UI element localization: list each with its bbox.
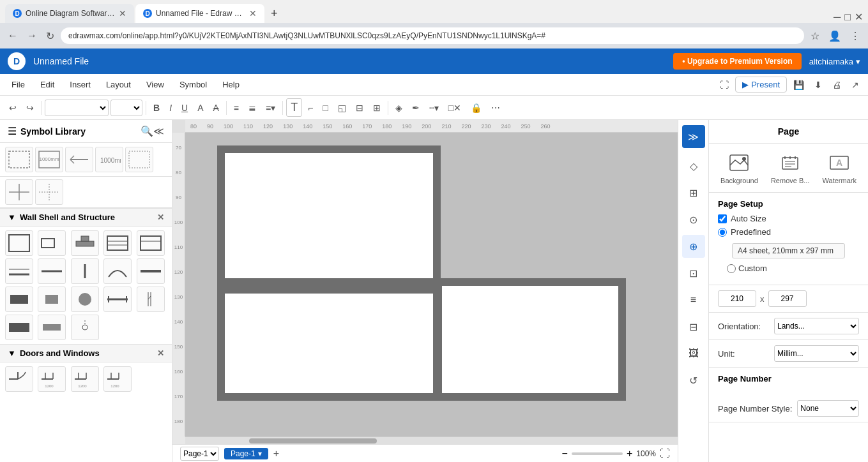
strip-expand-button[interactable]: ≫ (682, 125, 705, 148)
undo-button[interactable]: ↩ (5, 100, 20, 116)
strip-history-button[interactable]: ↺ (682, 369, 705, 392)
scrollbar-horizontal[interactable] (185, 436, 678, 444)
format-button[interactable]: ≡▾ (262, 100, 279, 116)
refresh-button[interactable]: ↻ (43, 27, 57, 45)
symbol-preview-1[interactable] (5, 147, 33, 172)
forward-button[interactable]: → (24, 27, 40, 44)
auto-size-checkbox[interactable] (718, 214, 727, 223)
symbol-cross-1[interactable] (5, 179, 33, 205)
wall-item-2[interactable] (38, 230, 66, 256)
strip-page-button[interactable]: ⊟ (682, 315, 705, 338)
strip-style-button[interactable]: ◇ (682, 154, 705, 177)
more-button[interactable]: ⋯ (487, 100, 504, 116)
background-icon-item[interactable]: Background (720, 151, 758, 184)
font-family-select[interactable] (45, 100, 109, 116)
minimize-button[interactable]: ─ (834, 11, 841, 23)
strip-insert-button[interactable]: ⊙ (682, 208, 705, 231)
shadow-button[interactable]: ◱ (334, 100, 350, 116)
wall-item-6[interactable] (5, 258, 33, 284)
redo-button[interactable]: ↪ (22, 100, 38, 116)
wall-item-5[interactable] (137, 230, 165, 256)
strip-map-button[interactable]: ⊡ (682, 262, 705, 285)
wall-item-12[interactable] (38, 287, 66, 312)
add-page-button[interactable]: + (273, 448, 279, 459)
page-tab-active[interactable]: Page-1 ▾ (224, 448, 268, 459)
user-menu[interactable]: altchiamaka ▾ (809, 57, 860, 66)
page-number-style-select[interactable]: None (797, 400, 859, 417)
full-screen-button[interactable]: ⛶ (716, 77, 733, 93)
profile-button[interactable]: 👤 (826, 27, 844, 45)
line-weight-button[interactable]: □✕ (445, 100, 465, 116)
download-button[interactable]: ⬇ (811, 77, 826, 93)
menu-item-insert[interactable]: Insert (63, 77, 97, 92)
section-close-icon-2[interactable]: ✕ (157, 348, 164, 358)
door-item-1[interactable] (5, 366, 33, 392)
door-item-4[interactable]: 1200 (103, 366, 132, 392)
wall-item-1[interactable] (5, 230, 33, 256)
zoom-slider[interactable] (572, 452, 623, 455)
zoom-plus-button[interactable]: + (627, 448, 632, 459)
align-button[interactable]: ⊟ (352, 100, 367, 116)
menu-button[interactable]: ⋮ (848, 27, 863, 45)
address-input[interactable] (61, 27, 804, 44)
present-button[interactable]: ▶ Present (735, 77, 787, 93)
line-style-button[interactable]: ╌▾ (425, 100, 443, 116)
wall-item-18[interactable] (71, 315, 99, 340)
menu-item-layout[interactable]: Layout (100, 77, 137, 92)
wall-item-9[interactable] (103, 258, 132, 284)
section-close-icon[interactable]: ✕ (157, 212, 164, 222)
line-color-button[interactable]: ✒ (408, 100, 423, 116)
new-tab-button[interactable]: + (266, 4, 289, 23)
fullscreen-button[interactable]: ⛶ (660, 448, 670, 459)
strip-export-button[interactable]: 🖼 (682, 342, 705, 365)
lock-button[interactable]: 🔒 (467, 100, 485, 116)
bold-button[interactable]: B (149, 100, 164, 116)
menu-item-help[interactable]: Help (216, 77, 246, 92)
section-wall-shell[interactable]: ▼ Wall Shell and Structure ✕ (0, 208, 172, 227)
wall-item-15[interactable] (137, 287, 165, 312)
share-button[interactable]: ↗ (848, 77, 863, 93)
menu-item-view[interactable]: View (140, 77, 171, 92)
wall-item-10[interactable] (137, 258, 165, 284)
symbol-preview-2[interactable]: 1000mm (35, 147, 63, 172)
group-button[interactable]: ⊞ (369, 100, 385, 116)
symbol-preview-4[interactable]: 1000mm (95, 147, 123, 172)
print-button[interactable]: 🖨 (828, 77, 845, 93)
page-dropdown[interactable]: Page-1 (180, 447, 219, 461)
wall-item-14[interactable] (103, 287, 132, 312)
wall-item-17[interactable] (38, 315, 66, 340)
sidebar-search-button[interactable]: 🔍 (141, 125, 153, 137)
watermark-icon-item[interactable]: A Watermark (823, 151, 857, 184)
unit-select[interactable]: Millim... (774, 345, 859, 362)
strip-layers-button[interactable]: ⊕ (682, 235, 705, 258)
sidebar-collapse-button[interactable]: ≪ (153, 125, 164, 137)
menu-item-file[interactable]: File (5, 77, 31, 92)
custom-radio[interactable] (727, 264, 736, 273)
back-button[interactable]: ← (5, 27, 20, 44)
orientation-select[interactable]: Lands... (774, 318, 859, 334)
canvas-content[interactable] (185, 133, 678, 436)
wall-item-4[interactable] (103, 230, 132, 256)
remove-bg-icon-item[interactable]: Remove B... (771, 151, 810, 184)
menu-item-edit[interactable]: Edit (34, 77, 61, 92)
font-color-button[interactable]: A (194, 100, 207, 116)
floor-plan-svg[interactable] (211, 139, 632, 407)
zoom-minus-button[interactable]: − (562, 448, 568, 459)
font-size-select[interactable] (110, 100, 142, 116)
connector-button[interactable]: ⌐ (304, 100, 317, 116)
door-item-2[interactable]: 1200 (38, 366, 66, 392)
section-doors-windows[interactable]: ▼ Doors and Windows ✕ (0, 344, 172, 362)
strip-format-button[interactable]: ⊞ (682, 181, 705, 204)
width-input[interactable] (718, 290, 756, 307)
wall-item-13[interactable] (71, 287, 99, 312)
strip-properties-button[interactable]: ≡ (682, 288, 705, 311)
wall-item-11[interactable] (5, 287, 33, 312)
height-input[interactable] (768, 290, 807, 307)
wall-item-7[interactable] (38, 258, 66, 284)
tab-active[interactable]: D Unnamed File - Edraw Max ✕ (135, 4, 264, 23)
scrollbar-thumb-h[interactable] (249, 438, 377, 443)
symbol-preview-5[interactable] (125, 147, 153, 172)
upgrade-button[interactable]: Upgrade to Premium Version (673, 53, 801, 70)
align-left-button[interactable]: ≡ (230, 100, 243, 116)
text-style-button[interactable]: T (286, 98, 302, 117)
